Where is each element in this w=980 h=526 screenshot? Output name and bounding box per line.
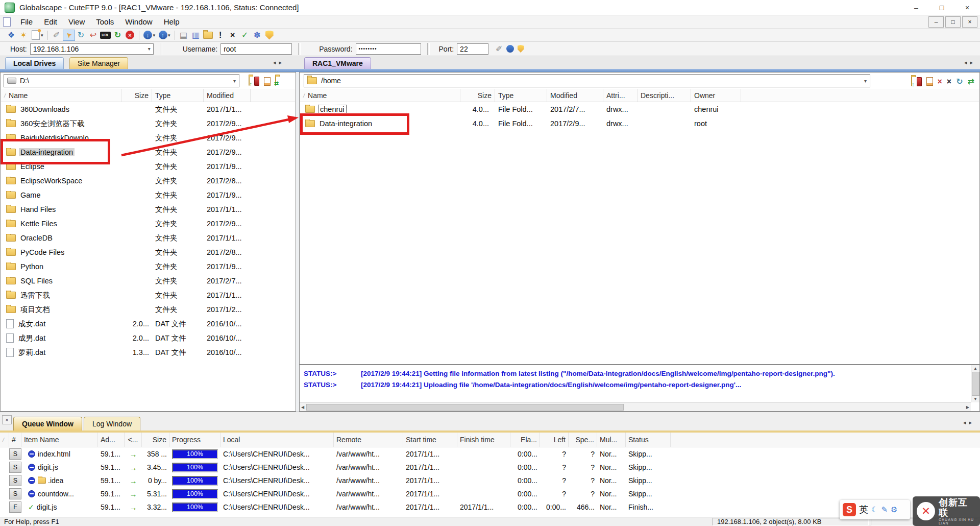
queue-state-button[interactable]: S xyxy=(9,475,21,486)
queue-state-button[interactable]: S xyxy=(9,462,21,473)
column-header-address[interactable]: Ad... xyxy=(98,433,125,447)
queue-row[interactable]: F ✓ digit.js 59.1... → 3.32... 100% C:\U… xyxy=(0,500,980,514)
settings-icon[interactable]: ✽ xyxy=(251,30,263,41)
gear-icon[interactable]: ⚙ xyxy=(891,505,897,514)
local-file-row[interactable]: Game 文件夹 2017/1/9... xyxy=(1,188,295,202)
column-header-number[interactable]: # xyxy=(9,433,21,447)
menu-tools[interactable]: Tools xyxy=(90,17,119,26)
upload-icon[interactable]: ↑ xyxy=(157,30,169,41)
quick-connect-icon[interactable]: ✐ xyxy=(51,30,63,41)
history-icon[interactable] xyxy=(264,77,271,86)
connect-plug-icon[interactable]: ✐ xyxy=(496,44,502,54)
column-header-name[interactable]: /Name xyxy=(1,89,121,102)
parent-folder-icon[interactable]: ↑ xyxy=(911,77,912,86)
queue-sort-icon[interactable]: / xyxy=(0,433,9,447)
mdi-restore-button[interactable]: □ xyxy=(945,16,961,28)
local-file-row[interactable]: 360Downloads 文件夹 2017/1/1... xyxy=(1,102,295,116)
column-header-local[interactable]: Local xyxy=(220,433,334,447)
queue-tab-scroll-arrows[interactable]: ◂▸ xyxy=(963,419,975,426)
bookmark-icon[interactable] xyxy=(254,77,259,86)
moon-icon[interactable]: ☾ xyxy=(871,505,878,514)
drive-selector[interactable]: D:\ ▾ xyxy=(4,74,239,87)
log-view-icon[interactable]: ▥ xyxy=(190,30,202,41)
column-header-name[interactable]: /Name xyxy=(300,89,460,102)
tab-site-manager[interactable]: Site Manager xyxy=(69,57,128,69)
right-tab-scroll-arrows[interactable]: ◂▸ xyxy=(964,59,976,66)
mdi-minimize-button[interactable]: – xyxy=(928,16,944,28)
local-file-row[interactable]: EclipseWorkSpace 文件夹 2017/2/8... xyxy=(1,174,295,188)
connection-wizard-icon[interactable]: ❖ xyxy=(5,30,17,41)
transfer-queue-icon[interactable]: ▤ xyxy=(178,30,190,41)
local-file-row[interactable]: 项目文档 文件夹 2017/1/2... xyxy=(1,302,295,317)
column-header-multipart[interactable]: Mul... xyxy=(597,433,626,447)
menu-file[interactable]: File xyxy=(15,17,38,26)
reconnect-icon[interactable]: ↻ xyxy=(75,30,87,41)
bookmark-icon[interactable] xyxy=(917,77,922,86)
column-header-attributes[interactable]: Attri... xyxy=(603,89,638,102)
url-icon[interactable]: URL xyxy=(100,30,112,41)
log-horizontal-scrollbar[interactable]: ◀▶ xyxy=(300,402,971,411)
tab-rac1-vmware[interactable]: RAC1_VMware xyxy=(304,57,371,69)
disconnect-icon[interactable]: ↩ xyxy=(87,30,100,41)
column-header-type[interactable]: Type xyxy=(495,89,547,102)
column-header-size[interactable]: Size xyxy=(121,89,152,102)
column-header-progress[interactable]: Progress xyxy=(169,433,220,447)
column-header-size[interactable]: Size xyxy=(460,89,495,102)
maximize-button[interactable]: □ xyxy=(929,0,954,15)
queue-row[interactable]: S index.html 59.1... → 358 ... 100% C:\U… xyxy=(0,447,980,461)
delete-icon[interactable]: × xyxy=(938,77,942,86)
close-folder-icon[interactable]: × xyxy=(947,77,951,86)
log-vertical-scrollbar[interactable]: ▲▼ xyxy=(971,365,979,402)
menu-view[interactable]: View xyxy=(63,17,90,26)
port-input[interactable]: 22 xyxy=(457,43,488,55)
minimize-button[interactable]: – xyxy=(903,0,929,15)
local-file-row[interactable]: Python 文件夹 2017/1/9... xyxy=(1,259,295,274)
local-file-row[interactable]: SQL Files 文件夹 2017/2/7... xyxy=(1,274,295,288)
local-file-row[interactable]: Kettle Files 文件夹 2017/2/9... xyxy=(1,217,295,231)
queue-row[interactable]: S digit.js 59.1... → 3.45... 100% C:\Use… xyxy=(0,461,980,474)
column-header-speed[interactable]: Spe... xyxy=(569,433,597,447)
queue-row[interactable]: S countdow... 59.1... → 5.31... 100% C:\… xyxy=(0,487,980,500)
tab-log-window[interactable]: Log Window xyxy=(84,417,140,431)
verify-icon[interactable]: ✓ xyxy=(239,30,251,41)
local-file-row[interactable]: Hand Files 文件夹 2017/1/1... xyxy=(1,202,295,217)
menu-window[interactable]: Window xyxy=(119,17,158,26)
path-dropdown-icon[interactable]: ▾ xyxy=(861,78,867,84)
pointer-tool-button[interactable]: ➤ xyxy=(63,30,75,41)
transfer-icon[interactable]: ⇄ xyxy=(968,77,974,86)
local-file-row[interactable]: 迅雷下载 文件夹 2017/1/1... xyxy=(1,288,295,302)
refresh-icon[interactable]: ↻ xyxy=(956,77,963,86)
security-shield-icon[interactable] xyxy=(263,30,276,41)
local-file-row[interactable]: 成女.dat 2.0... DAT 文件 2016/10/... xyxy=(1,317,295,331)
column-header-size[interactable]: Size xyxy=(142,433,169,447)
column-header-start-time[interactable]: Start time xyxy=(403,433,457,447)
download-icon[interactable]: ↓ xyxy=(142,30,154,41)
column-header-type[interactable]: Type xyxy=(152,89,204,102)
queue-row[interactable]: S .idea 59.1... → 0 by... 100% C:\Users\… xyxy=(0,474,980,487)
queue-state-button[interactable]: S xyxy=(9,488,21,499)
sync-folders-icon[interactable]: ⇄ xyxy=(275,77,276,86)
local-file-row[interactable]: PyCode Files 文件夹 2017/2/8... xyxy=(1,245,295,259)
drive-dropdown-icon[interactable]: ▾ xyxy=(230,78,236,84)
username-input[interactable]: root xyxy=(220,43,292,55)
password-input[interactable]: •••••••• xyxy=(356,43,421,55)
queue-close-icon[interactable]: × xyxy=(2,415,12,424)
host-dropdown-icon[interactable]: ▾ xyxy=(145,46,151,52)
queue-state-button[interactable]: F xyxy=(9,501,21,513)
refresh-icon[interactable]: ↻ xyxy=(112,30,124,41)
sogou-logo-icon[interactable]: S xyxy=(843,503,856,516)
mdi-close-button[interactable]: × xyxy=(962,16,977,28)
column-header-description[interactable]: Descripti... xyxy=(638,89,691,102)
column-header-remote[interactable]: Remote xyxy=(334,433,403,447)
local-file-row[interactable]: OracleDB 文件夹 2017/1/1... xyxy=(1,231,295,245)
priority-icon[interactable]: ! xyxy=(214,30,227,41)
remove-icon[interactable]: × xyxy=(227,30,239,41)
globe-icon[interactable] xyxy=(506,45,514,53)
column-header-item-name[interactable]: Item Name xyxy=(21,433,98,447)
mdi-child-icon[interactable] xyxy=(3,17,11,27)
tab-queue-window[interactable]: Queue Window xyxy=(13,417,82,431)
wizard-shield-icon[interactable] xyxy=(518,45,524,53)
column-header-owner[interactable]: Owner xyxy=(691,89,741,102)
new-document-icon[interactable] xyxy=(30,30,42,41)
host-input[interactable]: 192.168.1.106 ▾ xyxy=(30,43,154,55)
